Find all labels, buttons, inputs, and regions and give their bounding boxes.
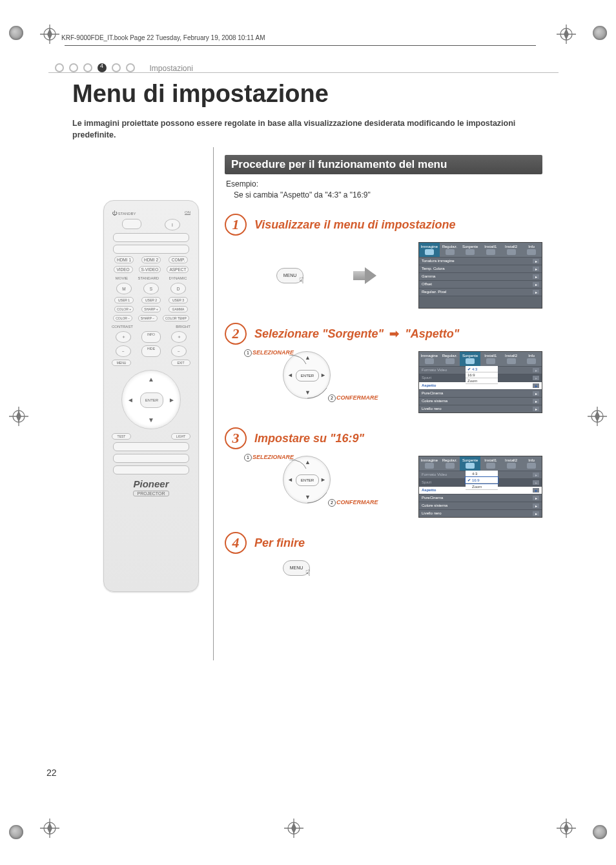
chapter-number: 4 [100, 63, 103, 69]
remote-dynamic-button: D [170, 283, 186, 294]
remote-sharp-plus-button: SHARP + [141, 306, 161, 312]
page-title: Menu di impostazione [72, 80, 329, 108]
step-2-number: 2 [225, 323, 247, 345]
enter-label: ENTER [296, 370, 319, 382]
crop-mark-icon [40, 25, 59, 46]
remote-exit-button: EXIT [171, 360, 190, 366]
chapter-label: Impostazioni [149, 64, 192, 73]
page-number: 22 [46, 768, 57, 778]
remote-bright-plus-button: ＋ [171, 331, 187, 343]
step-4-number: 4 [225, 532, 247, 554]
chapter-header: 4 Impostazioni [48, 63, 559, 73]
remote-svideo-button: S-VIDEO [139, 266, 161, 273]
remote-gamma-button: GAMMA [169, 306, 188, 312]
procedures-heading: Procedure per il funzionamento del menu [225, 155, 542, 174]
press-hand-icon: ☟ [299, 274, 304, 288]
remote-user2-button: USER 2 [141, 297, 161, 303]
crop-ring [9, 825, 23, 839]
remote-info-button: INFO [141, 331, 161, 343]
remote-illustration: ⏻ STANDBY ON I HDMI 1 HDMI 2 COMP. VIDEO… [103, 200, 199, 592]
remote-brand: Pioneer [104, 478, 198, 489]
osd-screen-1: Immagine Regolaz. Sorgente Install1 Inst… [418, 242, 542, 309]
step-3-title: Impostare su "16:9" [254, 432, 364, 445]
example-label: Esempio: [226, 179, 541, 188]
remote-colortemp-button: COLOR TEMP [163, 315, 189, 321]
remote-on-label: ON [185, 210, 190, 216]
crop-mark-icon [557, 819, 576, 840]
remote-test-button: TEST [112, 433, 131, 440]
osd-screen-2: Immagine Regolaz. Sorgente Install1 Inst… [418, 351, 542, 413]
menu-button-illustration: MENU ☟ [283, 560, 310, 576]
crop-ring [593, 825, 607, 839]
crop-mark-icon [284, 819, 303, 840]
framemaker-header: KRF-9000FDE_IT.book Page 22 Tuesday, Feb… [61, 34, 616, 48]
remote-user3-button: USER 3 [169, 297, 188, 303]
example-text: Se si cambia "Aspetto" da "4:3" a "16:9" [234, 190, 541, 199]
remote-contrast-minus-button: − [116, 345, 131, 357]
remote-color-minus-button: COLOR − [113, 315, 132, 321]
step-1-title: Visualizzare il menu di impostazione [254, 218, 455, 232]
step-1-number: 1 [225, 214, 247, 236]
osd-screen-3: Immagine Regolaz. Sorgente Install1 Inst… [418, 456, 542, 518]
remote-movie-button: M [116, 283, 132, 294]
remote-comp-button: COMP. [169, 256, 188, 263]
remote-contrast-plus-button: ＋ [116, 331, 131, 343]
remote-standard-button: S [143, 283, 159, 294]
remote-projector-label: PROJECTOR [133, 491, 169, 496]
remote-menu-button: MENU [112, 360, 131, 366]
remote-color-plus-button: COLOR + [114, 306, 134, 312]
bookline-text: KRF-9000FDE_IT.book Page 22 Tuesday, Feb… [61, 34, 265, 41]
remote-hdmi1-button: HDMI 1 [114, 256, 134, 263]
column-divider [213, 147, 214, 660]
remote-light-button: LIGHT [171, 433, 190, 440]
remote-dpad: ▲ ▼ ◄ ► ENTER [121, 370, 181, 429]
step-3-number: 3 [225, 427, 247, 449]
selezionare-label: SELEZIONARE [252, 349, 294, 356]
arrow-right-icon [353, 269, 375, 283]
confermare-label: CONFERMARE [336, 394, 378, 401]
remote-user1-button: USER 1 [114, 297, 134, 303]
press-hand-icon: ☟ [305, 566, 311, 580]
remote-aspect-button: ASPECT [167, 266, 189, 273]
crop-mark-icon [40, 819, 59, 840]
remote-enter-button: ENTER [140, 392, 163, 408]
remote-bright-minus-button: − [171, 345, 187, 357]
remote-video-button: VIDEO [114, 266, 133, 273]
menu-button-illustration: MENU ☟ [276, 268, 303, 283]
crop-mark-icon [588, 407, 607, 429]
remote-sharp-minus-button: SHARP − [138, 315, 158, 321]
intro-text: Le immagini proiettate possono essere re… [72, 117, 550, 141]
right-arrow-icon: ➡ [389, 327, 399, 340]
step-2-title: Selezionare "Sorgente" ➡ "Aspetto" [254, 327, 459, 341]
remote-standby-label: STANDBY [118, 212, 136, 216]
crop-ring [9, 26, 23, 40]
remote-on-button: I [165, 219, 180, 230]
remote-hide-button: HIDE [141, 345, 161, 357]
step-4-title: Per finire [254, 536, 305, 550]
remote-hdmi2-button: HDMI 2 [141, 256, 161, 263]
crop-mark-icon [9, 407, 28, 429]
